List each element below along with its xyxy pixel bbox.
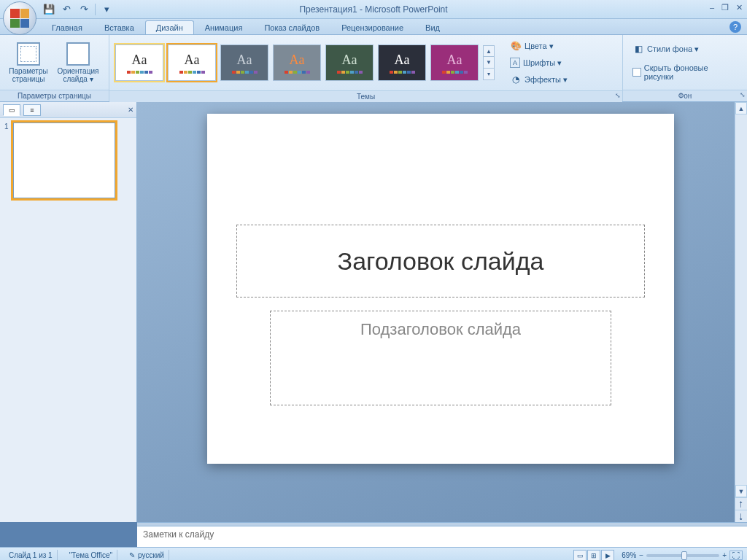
orientation-icon: [66, 42, 90, 66]
slide-thumbnail[interactable]: [13, 122, 115, 198]
title-placeholder[interactable]: Заголовок слайда: [236, 225, 645, 298]
theme-color-dots: [337, 71, 363, 74]
theme-aa-icon: Aa: [395, 52, 410, 68]
theme-aa-icon: Aa: [237, 52, 252, 68]
theme-thumb-0[interactable]: Aa: [115, 44, 163, 81]
background-styles-button[interactable]: ◧Стили фона ▾: [629, 41, 703, 57]
help-button[interactable]: ?: [729, 21, 741, 33]
group-label: Параметры страницы: [0, 90, 109, 101]
slide-counter[interactable]: Слайд 1 из 1: [4, 550, 58, 561]
thumbnail-item[interactable]: 1: [4, 122, 132, 198]
theme-thumb-1[interactable]: Aa: [168, 44, 216, 81]
theme-scroll-up[interactable]: ▲: [483, 45, 495, 57]
group-themes: AaAaAaAaAaAaAa ▲ ▼ ▾ 🎨Цвета ▾ AШрифты ▾ …: [109, 35, 623, 101]
theme-thumb-5[interactable]: Aa: [378, 44, 426, 81]
theme-aa-icon: Aa: [447, 52, 462, 68]
next-slide-button[interactable]: ⭣: [735, 510, 747, 522]
theme-gallery: AaAaAaAaAaAaAa: [115, 44, 479, 81]
zoom-slider[interactable]: [646, 554, 719, 557]
tab-view[interactable]: Вид: [414, 20, 451, 34]
subtitle-placeholder[interactable]: Подзаголовок слайда: [270, 311, 611, 405]
page-setup-button[interactable]: Параметры страницы: [6, 39, 51, 87]
group-label: Темы⤡: [109, 90, 622, 102]
tab-review[interactable]: Рецензирование: [330, 20, 414, 34]
office-logo-icon: [10, 9, 29, 28]
zoom-out-button[interactable]: −: [639, 551, 643, 559]
tab-home[interactable]: Главная: [41, 20, 93, 34]
checkbox-icon: [632, 68, 641, 77]
undo-button[interactable]: ↶: [60, 3, 73, 16]
theme-color-dots: [127, 71, 152, 74]
theme-thumb-3[interactable]: Aa: [273, 44, 321, 81]
page-setup-icon: [17, 42, 40, 66]
theme-thumb-2[interactable]: Aa: [220, 44, 268, 81]
theme-thumb-6[interactable]: Aa: [430, 44, 479, 81]
theme-gallery-scroll: ▲ ▼ ▾: [483, 45, 495, 80]
window-controls: – ❐ ✕: [710, 3, 743, 12]
qat-customize-button[interactable]: ▾: [100, 3, 113, 16]
slideshow-view-button[interactable]: ▶: [601, 550, 614, 561]
slide-canvas-area: Заголовок слайда Подзаголовок слайда ▲ ▼…: [137, 102, 747, 522]
group-dialog-launcher[interactable]: ⤡: [740, 89, 746, 101]
hide-bg-graphics-checkbox[interactable]: Скрыть фоновые рисунки: [629, 61, 741, 83]
slide-panel: ▭ ≡ ✕ 1: [0, 102, 137, 522]
effects-button[interactable]: ◔Эффекты ▾: [506, 71, 571, 88]
zoom-in-button[interactable]: +: [722, 551, 727, 559]
theme-gallery-expand[interactable]: ▾: [483, 69, 495, 80]
title-bar: 💾 ↶ ↷ ▾ Презентация1 - Microsoft PowerPo…: [0, 0, 747, 19]
scroll-down[interactable]: ▼: [735, 485, 747, 497]
restore-button[interactable]: ❐: [721, 3, 729, 12]
theme-scroll-down[interactable]: ▼: [483, 57, 495, 69]
qat-separator: [95, 4, 96, 15]
view-buttons: ▭ ⊞ ▶: [573, 550, 614, 561]
notes-pane[interactable]: Заметки к слайду: [137, 526, 747, 547]
minimize-button[interactable]: –: [710, 3, 714, 12]
fonts-button[interactable]: AШрифты ▾: [506, 55, 571, 70]
sorter-view-button[interactable]: ⊞: [587, 550, 600, 561]
panel-close-button[interactable]: ✕: [128, 106, 133, 114]
tab-design[interactable]: Дизайн: [145, 20, 194, 34]
colors-button[interactable]: 🎨Цвета ▾: [506, 38, 571, 54]
theme-color-dots: [442, 71, 468, 74]
scroll-track[interactable]: [735, 114, 747, 485]
workspace: ▭ ≡ ✕ 1 Заголовок слайда Подзаголовок сл…: [0, 102, 747, 522]
panel-tabs: ▭ ≡ ✕: [0, 102, 136, 118]
save-button[interactable]: 💾: [42, 3, 55, 16]
slide[interactable]: Заголовок слайда Подзаголовок слайда: [207, 114, 674, 464]
slides-tab[interactable]: ▭: [3, 104, 20, 116]
group-dialog-launcher[interactable]: ⤡: [615, 90, 621, 101]
ribbon-tabstrip: Главная Вставка Дизайн Анимация Показ сл…: [0, 19, 747, 35]
spellcheck-icon: ✎: [129, 550, 135, 561]
effects-icon: ◔: [510, 74, 522, 85]
fonts-icon: A: [510, 58, 520, 68]
slide-orientation-button[interactable]: Ориентация слайда ▾: [55, 39, 101, 87]
theme-color-dots: [232, 71, 258, 74]
quick-access-toolbar: 💾 ↶ ↷ ▾: [42, 0, 113, 18]
normal-view-button[interactable]: ▭: [573, 550, 587, 561]
tab-insert[interactable]: Вставка: [93, 20, 145, 34]
vertical-scrollbar[interactable]: ▲ ▼ ⭡ ⭣: [735, 102, 747, 522]
theme-aa-icon: Aa: [290, 52, 305, 68]
slide-number: 1: [4, 122, 10, 198]
bg-styles-icon: ◧: [632, 43, 644, 55]
tab-slideshow[interactable]: Показ слайдов: [253, 20, 330, 34]
prev-slide-button[interactable]: ⭡: [735, 497, 747, 510]
theme-aa-icon: Aa: [185, 52, 200, 68]
fit-window-button[interactable]: ⛶: [729, 551, 743, 560]
theme-thumb-4[interactable]: Aa: [325, 44, 374, 81]
status-bar: Слайд 1 из 1 "Тема Office" ✎русский ▭ ⊞ …: [0, 547, 747, 560]
zoom-level[interactable]: 69%: [622, 551, 636, 559]
ribbon: Параметры страницы Ориентация слайда ▾ П…: [0, 35, 747, 102]
language-indicator[interactable]: ✎русский: [125, 550, 169, 561]
theme-name[interactable]: "Тема Office": [65, 550, 117, 561]
tab-animation[interactable]: Анимация: [194, 20, 254, 34]
scroll-up[interactable]: ▲: [735, 102, 747, 114]
theme-color-dots: [179, 71, 205, 74]
close-button[interactable]: ✕: [736, 3, 743, 12]
office-button[interactable]: [3, 1, 36, 35]
zoom-control: 69% − + ⛶: [622, 551, 743, 560]
outline-tab[interactable]: ≡: [23, 104, 41, 116]
group-background: ◧Стили фона ▾ Скрыть фоновые рисунки Фон…: [623, 35, 747, 101]
zoom-thumb[interactable]: [681, 551, 687, 560]
redo-button[interactable]: ↷: [77, 3, 90, 16]
